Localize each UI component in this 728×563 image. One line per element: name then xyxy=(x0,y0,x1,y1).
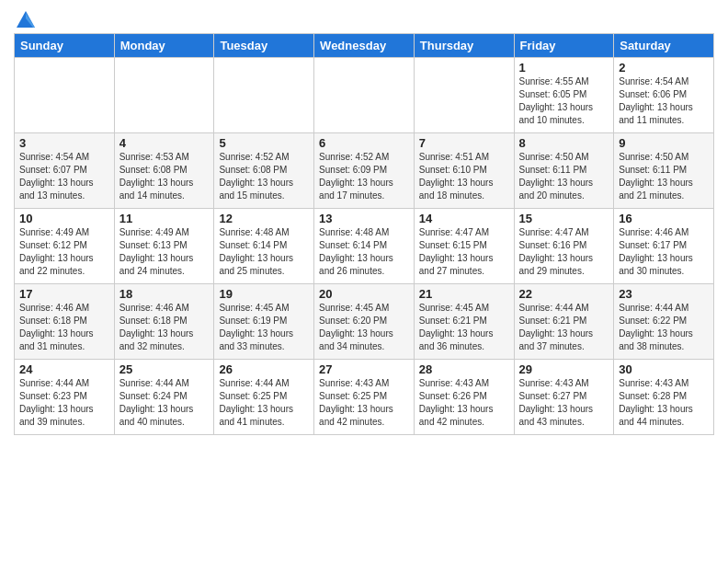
day-info: Sunrise: 4:45 AMSunset: 6:19 PMDaylight:… xyxy=(219,302,309,353)
day-number: 9 xyxy=(619,136,709,150)
calendar-cell: 27Sunrise: 4:43 AMSunset: 6:25 PMDayligh… xyxy=(314,360,415,435)
day-info: Sunrise: 4:46 AMSunset: 6:18 PMDaylight:… xyxy=(119,302,210,353)
calendar-cell: 15Sunrise: 4:47 AMSunset: 6:16 PMDayligh… xyxy=(514,209,614,284)
day-info: Sunrise: 4:43 AMSunset: 6:28 PMDaylight:… xyxy=(619,377,709,429)
calendar-cell: 13Sunrise: 4:48 AMSunset: 6:14 PMDayligh… xyxy=(314,209,415,284)
logo-icon xyxy=(17,11,35,28)
day-number: 30 xyxy=(619,362,709,376)
day-info: Sunrise: 4:51 AMSunset: 6:10 PMDaylight:… xyxy=(419,151,509,202)
day-number: 10 xyxy=(19,212,109,225)
calendar-cell: 21Sunrise: 4:45 AMSunset: 6:21 PMDayligh… xyxy=(414,284,514,360)
day-info: Sunrise: 4:45 AMSunset: 6:20 PMDaylight:… xyxy=(319,302,409,353)
weekday-header-thursday: Thursday xyxy=(414,34,514,58)
day-number: 3 xyxy=(19,136,109,150)
day-number: 4 xyxy=(119,136,210,150)
calendar-cell: 23Sunrise: 4:44 AMSunset: 6:22 PMDayligh… xyxy=(614,284,714,360)
day-info: Sunrise: 4:50 AMSunset: 6:11 PMDaylight:… xyxy=(619,151,709,202)
day-number: 18 xyxy=(119,287,210,301)
calendar-table: SundayMondayTuesdayWednesdayThursdayFrid… xyxy=(14,33,714,435)
calendar-cell: 1Sunrise: 4:55 AMSunset: 6:05 PMDaylight… xyxy=(514,58,614,133)
day-number: 11 xyxy=(119,212,210,225)
day-number: 24 xyxy=(19,362,109,376)
day-info: Sunrise: 4:44 AMSunset: 6:24 PMDaylight:… xyxy=(119,377,210,429)
calendar-cell: 5Sunrise: 4:52 AMSunset: 6:08 PMDaylight… xyxy=(214,133,314,209)
day-number: 12 xyxy=(219,212,309,225)
calendar-cell: 26Sunrise: 4:44 AMSunset: 6:25 PMDayligh… xyxy=(214,360,314,435)
logo xyxy=(14,13,35,28)
day-info: Sunrise: 4:44 AMSunset: 6:22 PMDaylight:… xyxy=(619,302,709,353)
day-info: Sunrise: 4:43 AMSunset: 6:26 PMDaylight:… xyxy=(419,377,509,429)
day-number: 7 xyxy=(419,136,509,150)
calendar-cell xyxy=(214,58,314,133)
day-info: Sunrise: 4:44 AMSunset: 6:21 PMDaylight:… xyxy=(519,302,609,353)
calendar-cell: 14Sunrise: 4:47 AMSunset: 6:15 PMDayligh… xyxy=(414,209,514,284)
calendar-cell: 20Sunrise: 4:45 AMSunset: 6:20 PMDayligh… xyxy=(314,284,415,360)
day-number: 27 xyxy=(319,362,409,376)
calendar-cell: 18Sunrise: 4:46 AMSunset: 6:18 PMDayligh… xyxy=(114,284,214,360)
day-number: 1 xyxy=(519,61,609,75)
day-number: 22 xyxy=(519,287,609,301)
day-info: Sunrise: 4:54 AMSunset: 6:07 PMDaylight:… xyxy=(19,151,109,202)
weekday-header-sunday: Sunday xyxy=(15,34,115,58)
calendar-cell: 29Sunrise: 4:43 AMSunset: 6:27 PMDayligh… xyxy=(514,360,614,435)
weekday-header-saturday: Saturday xyxy=(614,34,714,58)
calendar-cell xyxy=(114,58,214,133)
calendar-cell: 7Sunrise: 4:51 AMSunset: 6:10 PMDaylight… xyxy=(414,133,514,209)
day-info: Sunrise: 4:46 AMSunset: 6:17 PMDaylight:… xyxy=(619,226,709,278)
day-info: Sunrise: 4:53 AMSunset: 6:08 PMDaylight:… xyxy=(119,151,210,202)
day-info: Sunrise: 4:48 AMSunset: 6:14 PMDaylight:… xyxy=(319,226,409,278)
day-number: 8 xyxy=(519,136,609,150)
day-info: Sunrise: 4:49 AMSunset: 6:13 PMDaylight:… xyxy=(119,226,210,278)
day-info: Sunrise: 4:49 AMSunset: 6:12 PMDaylight:… xyxy=(19,226,109,278)
day-info: Sunrise: 4:52 AMSunset: 6:09 PMDaylight:… xyxy=(319,151,409,202)
day-number: 16 xyxy=(619,212,709,225)
day-info: Sunrise: 4:46 AMSunset: 6:18 PMDaylight:… xyxy=(19,302,109,353)
day-number: 28 xyxy=(419,362,509,376)
day-info: Sunrise: 4:45 AMSunset: 6:21 PMDaylight:… xyxy=(419,302,509,353)
day-number: 21 xyxy=(419,287,509,301)
day-number: 25 xyxy=(119,362,210,376)
calendar-week-4: 17Sunrise: 4:46 AMSunset: 6:18 PMDayligh… xyxy=(15,284,714,360)
header xyxy=(14,9,714,28)
day-info: Sunrise: 4:47 AMSunset: 6:15 PMDaylight:… xyxy=(419,226,509,278)
day-number: 2 xyxy=(619,61,709,75)
calendar-cell: 3Sunrise: 4:54 AMSunset: 6:07 PMDaylight… xyxy=(15,133,115,209)
calendar-week-5: 24Sunrise: 4:44 AMSunset: 6:23 PMDayligh… xyxy=(15,360,714,435)
weekday-header-friday: Friday xyxy=(514,34,614,58)
day-number: 19 xyxy=(219,287,309,301)
day-number: 5 xyxy=(219,136,309,150)
day-number: 14 xyxy=(419,212,509,225)
calendar-cell: 17Sunrise: 4:46 AMSunset: 6:18 PMDayligh… xyxy=(15,284,115,360)
calendar-week-3: 10Sunrise: 4:49 AMSunset: 6:12 PMDayligh… xyxy=(15,209,714,284)
day-info: Sunrise: 4:50 AMSunset: 6:11 PMDaylight:… xyxy=(519,151,609,202)
day-info: Sunrise: 4:54 AMSunset: 6:06 PMDaylight:… xyxy=(619,75,709,127)
page: SundayMondayTuesdayWednesdayThursdayFrid… xyxy=(0,0,728,563)
day-info: Sunrise: 4:43 AMSunset: 6:27 PMDaylight:… xyxy=(519,377,609,429)
day-number: 29 xyxy=(519,362,609,376)
day-number: 13 xyxy=(319,212,409,225)
day-number: 6 xyxy=(319,136,409,150)
calendar-cell: 25Sunrise: 4:44 AMSunset: 6:24 PMDayligh… xyxy=(114,360,214,435)
day-info: Sunrise: 4:44 AMSunset: 6:23 PMDaylight:… xyxy=(19,377,109,429)
day-number: 15 xyxy=(519,212,609,225)
calendar-cell xyxy=(414,58,514,133)
day-info: Sunrise: 4:55 AMSunset: 6:05 PMDaylight:… xyxy=(519,75,609,127)
calendar-cell: 4Sunrise: 4:53 AMSunset: 6:08 PMDaylight… xyxy=(114,133,214,209)
day-info: Sunrise: 4:48 AMSunset: 6:14 PMDaylight:… xyxy=(219,226,309,278)
calendar-week-1: 1Sunrise: 4:55 AMSunset: 6:05 PMDaylight… xyxy=(15,58,714,133)
day-info: Sunrise: 4:43 AMSunset: 6:25 PMDaylight:… xyxy=(319,377,409,429)
calendar-cell: 28Sunrise: 4:43 AMSunset: 6:26 PMDayligh… xyxy=(414,360,514,435)
calendar-cell: 6Sunrise: 4:52 AMSunset: 6:09 PMDaylight… xyxy=(314,133,415,209)
day-number: 23 xyxy=(619,287,709,301)
calendar-week-2: 3Sunrise: 4:54 AMSunset: 6:07 PMDaylight… xyxy=(15,133,714,209)
calendar-cell: 9Sunrise: 4:50 AMSunset: 6:11 PMDaylight… xyxy=(614,133,714,209)
calendar-cell: 30Sunrise: 4:43 AMSunset: 6:28 PMDayligh… xyxy=(614,360,714,435)
calendar-cell xyxy=(15,58,115,133)
calendar-cell: 8Sunrise: 4:50 AMSunset: 6:11 PMDaylight… xyxy=(514,133,614,209)
calendar-cell: 11Sunrise: 4:49 AMSunset: 6:13 PMDayligh… xyxy=(114,209,214,284)
weekday-header-wednesday: Wednesday xyxy=(314,34,415,58)
day-number: 20 xyxy=(319,287,409,301)
calendar-cell: 10Sunrise: 4:49 AMSunset: 6:12 PMDayligh… xyxy=(15,209,115,284)
day-number: 26 xyxy=(219,362,309,376)
calendar-cell: 19Sunrise: 4:45 AMSunset: 6:19 PMDayligh… xyxy=(214,284,314,360)
